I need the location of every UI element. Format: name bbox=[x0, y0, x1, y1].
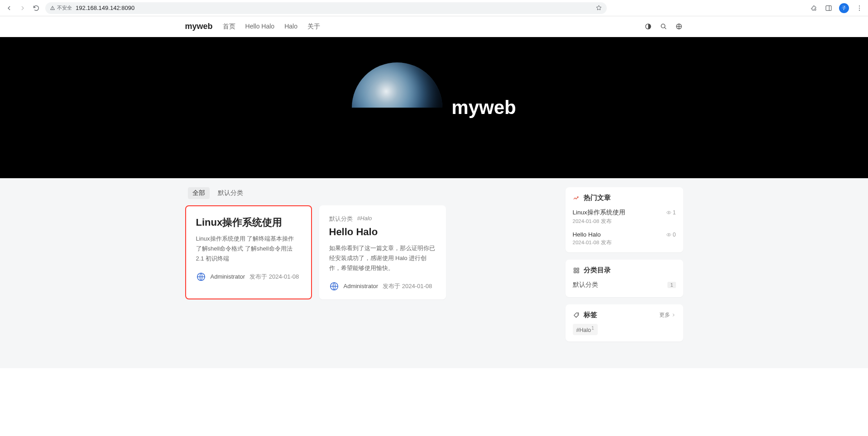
svg-line-9 bbox=[665, 28, 667, 29]
post-date: 发布于 2024-01-08 bbox=[383, 282, 432, 290]
nav-link-about[interactable]: 关于 bbox=[307, 23, 320, 31]
svg-point-5 bbox=[859, 7, 860, 8]
url-input[interactable] bbox=[76, 5, 592, 11]
nav-back-button[interactable] bbox=[5, 4, 14, 13]
avatar-initial: 子 bbox=[842, 5, 846, 11]
post-meta: Administrator 发布于 2024-01-08 bbox=[329, 281, 436, 291]
hot-article-date: 2024-01-08 发布 bbox=[573, 239, 676, 246]
svg-rect-18 bbox=[577, 271, 579, 273]
more-link[interactable]: 更多 bbox=[659, 311, 676, 319]
widget-hot-articles: 热门文章 Linux操作系统使用 1 2024-01-08 发布 Hello H… bbox=[566, 187, 683, 252]
address-bar[interactable]: 不安全 bbox=[45, 2, 607, 14]
extensions-icon[interactable] bbox=[810, 4, 818, 12]
nav-links: 首页 Hello Halo Halo 关于 bbox=[223, 23, 320, 31]
post-excerpt: Linux操作系统使用 了解终端基本操作 了解shell命令格式 了解shell… bbox=[196, 234, 301, 264]
svg-rect-2 bbox=[826, 5, 831, 10]
hot-article-title[interactable]: Linux操作系统使用 bbox=[573, 209, 625, 217]
hot-article-item[interactable]: Hello Halo 0 2024-01-08 发布 bbox=[573, 229, 676, 246]
svg-rect-15 bbox=[574, 268, 575, 270]
nav-forward-button[interactable] bbox=[18, 4, 27, 13]
post-excerpt: 如果你看到了这一篇文章，那么证明你已经安装成功了，感谢使用 Halo 进行创作，… bbox=[329, 243, 436, 273]
trending-icon bbox=[573, 194, 580, 202]
search-icon[interactable] bbox=[660, 23, 668, 31]
hot-article-item[interactable]: Linux操作系统使用 1 2024-01-08 发布 bbox=[573, 207, 676, 229]
brand[interactable]: myweb bbox=[185, 22, 213, 31]
svg-point-6 bbox=[859, 9, 860, 10]
theme-toggle-icon[interactable] bbox=[644, 23, 652, 31]
category-item[interactable]: 默认分类 1 bbox=[573, 279, 676, 291]
widget-tags: 标签 更多 #Halo1 bbox=[566, 304, 683, 341]
grid-icon bbox=[573, 267, 580, 274]
post-title[interactable]: Hello Halo bbox=[329, 226, 436, 239]
panel-icon[interactable] bbox=[825, 4, 833, 12]
svg-point-14 bbox=[668, 234, 670, 235]
widget-title: 热门文章 bbox=[584, 194, 611, 202]
bookmark-star-icon[interactable] bbox=[595, 5, 602, 11]
widget-title: 标签 bbox=[584, 311, 597, 319]
svg-point-8 bbox=[661, 24, 665, 28]
svg-point-4 bbox=[859, 5, 860, 6]
post-title[interactable]: Linux操作系统使用 bbox=[196, 216, 301, 229]
category-name: 默认分类 bbox=[573, 281, 598, 289]
post-author[interactable]: Administrator bbox=[344, 283, 379, 289]
nav-link-home[interactable]: 首页 bbox=[223, 23, 235, 31]
category-tabs: 全部 默认分类 bbox=[185, 187, 555, 199]
tab-default-category[interactable]: 默认分类 bbox=[213, 187, 248, 199]
globe-avatar-icon bbox=[196, 272, 206, 282]
reload-button[interactable] bbox=[32, 4, 41, 13]
globe-avatar-icon bbox=[329, 281, 339, 291]
language-icon[interactable] bbox=[675, 23, 683, 31]
category-count: 1 bbox=[667, 282, 676, 288]
post-tag[interactable]: #Halo bbox=[357, 215, 372, 223]
view-count: 0 bbox=[666, 232, 676, 238]
tag-chip[interactable]: #Halo1 bbox=[573, 324, 598, 335]
post-date: 发布于 2024-01-08 bbox=[249, 273, 299, 281]
main-content: 全部 默认分类 Linux操作系统使用 Linux操作系统使用 了解终端基本操作… bbox=[0, 178, 868, 368]
browser-toolbar: 不安全 子 bbox=[0, 0, 868, 16]
view-count: 1 bbox=[666, 209, 676, 216]
posts-grid: Linux操作系统使用 Linux操作系统使用 了解终端基本操作 了解shell… bbox=[185, 205, 555, 299]
hero-banner: myweb bbox=[0, 37, 868, 178]
hot-article-date: 2024-01-08 发布 bbox=[573, 218, 676, 225]
security-label: 不安全 bbox=[57, 5, 72, 11]
svg-point-1 bbox=[53, 9, 53, 9]
svg-point-19 bbox=[577, 313, 578, 314]
tab-all[interactable]: 全部 bbox=[188, 187, 210, 199]
svg-rect-16 bbox=[577, 268, 579, 270]
nav-link-halo[interactable]: Halo bbox=[284, 23, 297, 31]
widget-categories: 分类目录 默认分类 1 bbox=[566, 260, 683, 297]
nav-link-hello-halo[interactable]: Hello Halo bbox=[245, 23, 275, 31]
post-meta: Administrator 发布于 2024-01-08 bbox=[196, 272, 301, 282]
tag-icon bbox=[573, 312, 580, 319]
profile-avatar[interactable]: 子 bbox=[839, 3, 849, 13]
widget-title: 分类目录 bbox=[584, 266, 611, 275]
kebab-menu-icon[interactable] bbox=[855, 4, 863, 12]
hero-title: myweb bbox=[451, 97, 516, 118]
post-category[interactable]: 默认分类 bbox=[329, 215, 353, 223]
post-card[interactable]: Linux操作系统使用 Linux操作系统使用 了解终端基本操作 了解shell… bbox=[185, 205, 312, 299]
svg-point-13 bbox=[668, 212, 670, 213]
post-card[interactable]: 默认分类 #Halo Hello Halo 如果你看到了这一篇文章，那么证明你已… bbox=[319, 205, 446, 299]
hot-article-title[interactable]: Hello Halo bbox=[573, 231, 601, 238]
security-indicator: 不安全 bbox=[50, 5, 72, 11]
sidebar: 热门文章 Linux操作系统使用 1 2024-01-08 发布 Hello H… bbox=[566, 187, 683, 341]
site-header: myweb 首页 Hello Halo Halo 关于 bbox=[0, 16, 868, 37]
svg-rect-17 bbox=[574, 271, 575, 273]
post-author[interactable]: Administrator bbox=[211, 273, 245, 280]
earth-image bbox=[352, 62, 442, 153]
